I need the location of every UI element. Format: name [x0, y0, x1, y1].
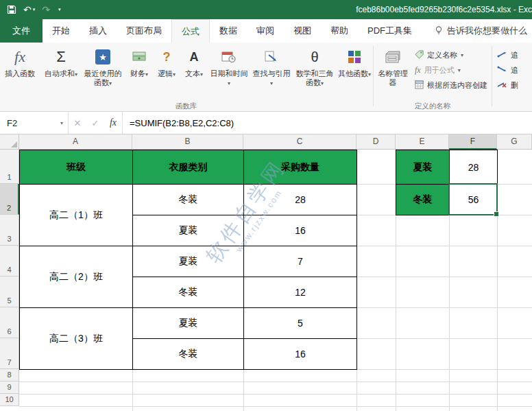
tab-home[interactable]: 开始 — [43, 19, 80, 43]
cell-C1[interactable]: 采购数量 — [244, 150, 357, 185]
logical-button[interactable]: ? 逻辑▾ — [153, 45, 180, 101]
chevron-down-icon: ▾ — [368, 71, 371, 78]
chevron-down-icon: ▾ — [109, 80, 112, 86]
cell-B1[interactable]: 衣服类别 — [133, 150, 244, 185]
insert-function-icon[interactable]: fx — [104, 112, 122, 134]
cell-A4[interactable]: 高二（2）班 — [20, 246, 133, 308]
group-label-function-library: 函数库 — [0, 101, 372, 112]
formula-input[interactable]: =SUMIF(B2:B8,E2,C2:C8) — [122, 112, 532, 134]
cell-C5[interactable]: 12 — [244, 277, 357, 308]
group-label-defined-names: 定义的名称 — [374, 101, 491, 112]
column-header-B[interactable]: B — [132, 134, 243, 150]
trace-dependents-button[interactable]: 追 — [493, 62, 522, 78]
tab-pdf-tools[interactable]: PDF工具集 — [358, 19, 422, 43]
financial-button[interactable]: 财务▾ — [125, 45, 153, 101]
formula-bar: F2 ▾ ✕ ✓ fx =SUMIF(B2:B8,E2,C2:C8) — [0, 112, 532, 134]
more-functions-button[interactable]: 其他函数▾ — [337, 45, 372, 101]
tab-page-layout[interactable]: 页面布局 — [117, 19, 171, 43]
name-box[interactable]: F2 ▾ — [0, 112, 69, 134]
row-header-2[interactable]: 2 — [0, 184, 19, 215]
row-header-6[interactable]: 6 — [0, 307, 19, 338]
row-header-4[interactable]: 4 — [0, 246, 19, 277]
cancel-icon[interactable]: ✕ — [69, 112, 86, 134]
question-mark-icon: ? — [163, 47, 171, 67]
chevron-down-icon: ▾ — [145, 71, 148, 78]
cell-F1[interactable]: 28 — [450, 150, 498, 185]
cell-B6[interactable]: 夏装 — [133, 308, 244, 339]
cell-A1[interactable]: 班级 — [20, 150, 133, 185]
cell-B2[interactable]: 冬装 — [133, 185, 244, 215]
customize-qat-icon[interactable]: ▾ — [57, 7, 61, 12]
row-header-9[interactable]: 9 — [0, 381, 19, 394]
calendar-clock-icon — [221, 47, 237, 67]
chevron-down-icon: ▾ — [461, 53, 463, 58]
defined-names-stack: 定义名称 ▾ fx 用于公式 ▾ 根据所选内容创建 — [411, 45, 491, 93]
column-header-G[interactable]: G — [497, 134, 532, 150]
row-header-1[interactable]: 1 — [0, 150, 19, 184]
divider — [373, 46, 374, 106]
name-box-dropdown-icon[interactable]: ▾ — [60, 120, 63, 126]
save-icon[interactable] — [7, 5, 16, 14]
function-categories-icon — [348, 47, 361, 67]
row-header-8[interactable]: 8 — [0, 369, 19, 381]
row-header-7[interactable]: 7 — [0, 338, 19, 369]
redo-icon[interactable]: ↷ — [42, 4, 50, 15]
tab-review[interactable]: 审阅 — [247, 19, 284, 43]
tab-file[interactable]: 文件 — [0, 19, 43, 43]
cell-A2[interactable]: 高二（1）班 — [20, 185, 133, 246]
column-header-E[interactable]: E — [396, 134, 449, 150]
tab-view[interactable]: 视图 — [284, 19, 321, 43]
trace-precedents-button[interactable]: 追 — [493, 47, 522, 62]
tab-insert[interactable]: 插入 — [80, 19, 117, 43]
date-time-button[interactable]: 日期和时间▾ — [208, 45, 250, 101]
tell-me-box[interactable]: 告诉我你想要做什么 — [434, 19, 527, 43]
column-header-D[interactable]: D — [356, 134, 396, 150]
name-manager-button[interactable]: 名称管理器 — [374, 45, 411, 101]
autosum-button[interactable]: Σ 自动求和▾ — [42, 45, 80, 101]
function-library-group: fx 插入函数 Σ 自动求和▾ ★ 最近使用的函数▾ 财务▾ — [0, 43, 372, 111]
letter-a-icon: A — [190, 47, 199, 67]
tab-formulas[interactable]: 公式 — [171, 19, 210, 43]
remove-arrows-button[interactable]: 删 — [493, 78, 522, 93]
cell-B5[interactable]: 冬装 — [133, 277, 244, 308]
cell-B4[interactable]: 夏装 — [133, 246, 244, 277]
undo-icon[interactable]: ↶▾ — [23, 4, 35, 15]
define-name-button[interactable]: 定义名称 ▾ — [411, 47, 491, 62]
column-header-A[interactable]: A — [19, 134, 132, 150]
grid-selection-icon — [415, 80, 424, 91]
select-all-corner[interactable] — [0, 134, 19, 150]
cell-A6[interactable]: 高二（3）班 — [20, 308, 133, 370]
enter-icon[interactable]: ✓ — [86, 112, 104, 134]
cell-B7[interactable]: 冬装 — [133, 339, 244, 370]
cell-C6[interactable]: 5 — [244, 308, 357, 339]
recently-used-button[interactable]: ★ 最近使用的函数▾ — [80, 45, 125, 101]
row-header-10[interactable]: 10 — [0, 394, 19, 406]
use-in-formula-button[interactable]: fx 用于公式 ▾ — [411, 62, 491, 78]
undo-dropdown-icon[interactable]: ▾ — [33, 7, 36, 12]
cell-C4[interactable]: 7 — [244, 246, 357, 277]
cell-B3[interactable]: 夏装 — [133, 215, 244, 246]
fx-icon: fx — [14, 47, 25, 67]
column-header-F[interactable]: F — [449, 134, 497, 150]
tab-data[interactable]: 数据 — [210, 19, 247, 43]
math-trig-button[interactable]: θ 数学和三角函数▾ — [293, 45, 337, 101]
cell-C7[interactable]: 16 — [244, 339, 357, 370]
row-header-3[interactable]: 3 — [0, 215, 19, 246]
cell-C2[interactable]: 28 — [244, 185, 357, 215]
summary-table: 夏装 28 冬装 56 — [396, 150, 498, 215]
excel-window: ↶▾ ↷ ▾ fceb86b00eb5fed9265b230f6c2e5354.… — [0, 0, 532, 411]
row-header-5[interactable]: 5 — [0, 277, 19, 307]
create-from-selection-button[interactable]: 根据所选内容创建 — [411, 78, 491, 93]
title-bar: ↶▾ ↷ ▾ fceb86b00eb5fed9265b230f6c2e5354.… — [0, 0, 532, 19]
cell-C3[interactable]: 16 — [244, 215, 357, 246]
ribbon: fx 插入函数 Σ 自动求和▾ ★ 最近使用的函数▾ 财务▾ — [0, 43, 532, 112]
cell-F2[interactable]: 56 — [450, 185, 498, 215]
insert-function-button[interactable]: fx 插入函数 — [0, 45, 40, 101]
tab-help[interactable]: 帮助 — [321, 19, 358, 43]
cell-E1[interactable]: 夏装 — [396, 150, 450, 185]
lightbulb-icon — [434, 25, 444, 37]
cell-E2[interactable]: 冬装 — [396, 185, 450, 215]
lookup-reference-button[interactable]: 查找与引用▾ — [250, 45, 293, 101]
column-header-C[interactable]: C — [243, 134, 356, 150]
text-button[interactable]: A 文本▾ — [180, 45, 208, 101]
